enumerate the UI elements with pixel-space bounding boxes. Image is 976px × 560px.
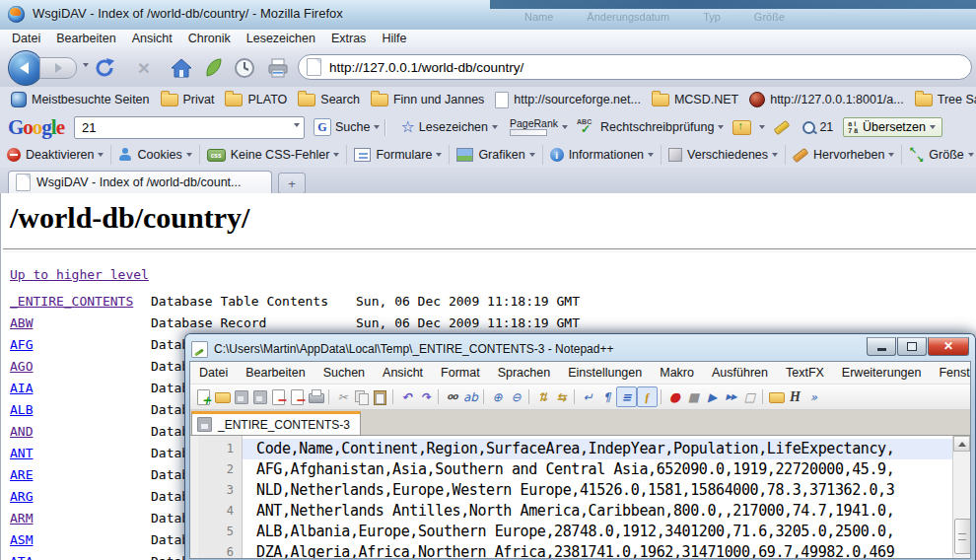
- line-text[interactable]: Code,Name,Continent,Region,SurfaceArea,I…: [243, 439, 953, 459]
- restore-button[interactable]: [897, 337, 927, 356]
- bookmark-item[interactable]: Finn und Jannes: [371, 93, 484, 106]
- history-dropdown-icon[interactable]: [83, 63, 89, 67]
- save-macro-icon[interactable]: □: [740, 387, 759, 406]
- notepad-menu-item[interactable]: Fenster: [930, 366, 971, 380]
- new-file-icon[interactable]: +: [194, 387, 213, 406]
- dropdown-icon[interactable]: [718, 125, 724, 129]
- notepad-menu-item[interactable]: Format: [432, 366, 489, 380]
- sync-horizontal-scroll-icon[interactable]: ⇆: [552, 387, 571, 406]
- notepad-menu-item[interactable]: Ansicht: [374, 366, 432, 380]
- line-text[interactable]: DZA,Algeria,Africa,Northern Africa,23817…: [243, 542, 953, 559]
- new-tab-button[interactable]: +: [278, 173, 306, 194]
- resource-link[interactable]: ATA: [10, 551, 151, 560]
- send-to-button[interactable]: [732, 120, 765, 135]
- close-file-icon[interactable]: −: [269, 387, 288, 406]
- bookmark-item[interactable]: Tree Samples: [915, 93, 976, 106]
- pagerank-widget[interactable]: PageRank: [510, 118, 558, 136]
- dropdown-icon[interactable]: [374, 125, 380, 129]
- history-clock-button[interactable]: [233, 56, 256, 80]
- notepad-menu-item[interactable]: Einstellungen: [559, 366, 651, 380]
- translate-button[interactable]: a i7 ä Übersetzen: [843, 117, 942, 137]
- cut-icon[interactable]: ✂: [333, 387, 352, 406]
- close-button[interactable]: ✕: [928, 337, 969, 356]
- bookmark-item[interactable]: MCSD.NET: [652, 93, 738, 106]
- resource-link[interactable]: ANT: [10, 443, 151, 464]
- redo-icon[interactable]: ↷: [416, 387, 435, 406]
- notepad-menu-item[interactable]: Datei: [190, 366, 237, 380]
- explorer-icon[interactable]: [767, 387, 786, 406]
- indent-guide-icon[interactable]: ≡: [616, 386, 637, 407]
- webdev-menu-item[interactable]: Informationen: [550, 145, 662, 165]
- sync-vertical-scroll-icon[interactable]: ⇅: [533, 387, 552, 406]
- editor-scrollbar[interactable]: [952, 436, 970, 559]
- dropdown-icon[interactable]: [492, 125, 498, 129]
- search-history-dropdown-icon[interactable]: [294, 123, 300, 127]
- webdev-menu-item[interactable]: Cookies: [118, 145, 199, 165]
- notepad-menu-item[interactable]: Sprachen: [489, 366, 560, 380]
- reload-button[interactable]: [93, 56, 116, 80]
- html-viewer-icon[interactable]: H: [786, 387, 804, 406]
- line-text[interactable]: AFG,Afghanistan,Asia,Southern and Centra…: [243, 459, 953, 480]
- google-search-button[interactable]: Suche: [314, 118, 380, 136]
- resource-link[interactable]: AGO: [10, 356, 151, 378]
- address-bar[interactable]: http://127.0.0.1/world-db/country/: [298, 54, 972, 80]
- webdev-menu-item[interactable]: Formulare: [354, 145, 450, 165]
- save-icon[interactable]: [232, 387, 250, 406]
- firefox-menu-item[interactable]: Bearbeiten: [48, 32, 123, 45]
- bookmark-item[interactable]: PLATO: [225, 93, 287, 106]
- google-search-box[interactable]: 21: [74, 116, 305, 139]
- scroll-up-button[interactable]: [953, 436, 970, 452]
- google-bookmarks-button[interactable]: Lesezeichen: [400, 119, 498, 135]
- webdev-menu-item[interactable]: Deaktivieren: [7, 145, 111, 165]
- home-button[interactable]: [170, 56, 193, 80]
- firefox-menu-item[interactable]: Lesezeichen: [239, 32, 323, 45]
- open-file-icon[interactable]: [213, 387, 232, 406]
- resource-link[interactable]: AND: [10, 421, 151, 443]
- notepad-menu-item[interactable]: Makro: [651, 366, 703, 380]
- copy-icon[interactable]: [352, 387, 371, 406]
- bookmark-item[interactable]: Search: [298, 93, 360, 106]
- replace-icon[interactable]: ab: [461, 387, 480, 406]
- stop-button[interactable]: ×: [132, 56, 156, 80]
- dropdown-icon[interactable]: [759, 125, 765, 129]
- word-wrap-icon[interactable]: ↵: [579, 387, 597, 406]
- address-input[interactable]: http://127.0.0.1/world-db/country/: [329, 60, 523, 75]
- undo-icon[interactable]: ↶: [397, 387, 416, 406]
- dropdown-icon[interactable]: [930, 125, 936, 129]
- resource-link[interactable]: ARG: [10, 486, 151, 508]
- record-macro-icon[interactable]: ●: [665, 387, 684, 406]
- resource-link[interactable]: ABW: [10, 313, 151, 334]
- resource-link[interactable]: ARE: [10, 464, 151, 486]
- scrollbar-thumb[interactable]: [954, 519, 971, 554]
- firefox-menu-item[interactable]: Datei: [4, 32, 48, 45]
- resource-link[interactable]: AIA: [10, 378, 151, 399]
- notepad-title-bar[interactable]: C:\Users\Martin\AppData\Local\Temp\_ENTI…: [189, 337, 971, 361]
- paste-icon[interactable]: [371, 387, 389, 406]
- notepad-menu-item[interactable]: Erweiterungen: [833, 366, 931, 380]
- minimize-button[interactable]: [867, 337, 896, 356]
- run-macro-multiple-icon[interactable]: ▶▶: [722, 387, 740, 406]
- zoom-out-icon[interactable]: ⊖: [507, 387, 525, 406]
- webdev-menu-item[interactable]: Hervorheben: [793, 145, 902, 165]
- resource-link[interactable]: AFG: [10, 334, 151, 356]
- leaf-extension-button[interactable]: [201, 56, 225, 80]
- resource-link[interactable]: ARM: [10, 508, 151, 529]
- forward-button[interactable]: [39, 57, 77, 79]
- zoom-in-icon[interactable]: ⊕: [488, 387, 507, 406]
- firefox-menu-item[interactable]: Chronik: [180, 32, 239, 45]
- line-text[interactable]: ALB,Albania,Europe,Southern Europe,28748…: [243, 522, 953, 542]
- firefox-title-bar[interactable]: WsgiDAV - Index of /world-db/country/ - …: [0, 0, 976, 31]
- resource-link[interactable]: ALB: [10, 399, 151, 421]
- firefox-menu-item[interactable]: Extras: [323, 32, 374, 45]
- print-icon[interactable]: [307, 387, 325, 406]
- notepad-menu-item[interactable]: Ausführen: [703, 366, 777, 380]
- up-to-higher-level-link[interactable]: Up to higher level: [10, 264, 149, 286]
- bookmark-item[interactable]: http://127.0.0.1:8001/a...: [749, 92, 904, 107]
- line-text[interactable]: ANT,Netherlands Antilles,North America,C…: [243, 501, 953, 522]
- line-text[interactable]: NLD,Netherlands,Europe,Western Europe,41…: [243, 480, 953, 501]
- play-macro-icon[interactable]: ▶: [703, 387, 722, 406]
- function-completion-icon[interactable]: ƒ: [637, 386, 658, 407]
- webdev-menu-item[interactable]: Verschiedenes: [668, 145, 786, 165]
- google-search-input[interactable]: 21: [82, 120, 96, 135]
- spellcheck-button[interactable]: Rechtschreibprüfung: [577, 119, 724, 135]
